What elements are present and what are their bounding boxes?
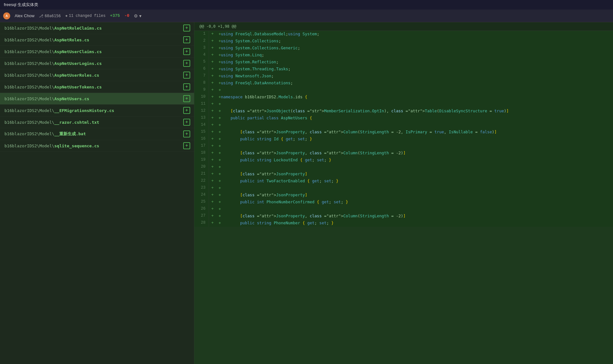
commit-user: Alex Chow (15, 13, 34, 18)
file-add-button[interactable]: + (183, 142, 190, 149)
line-code: + public int PhoneNumberConfirmed { get;… (216, 199, 613, 206)
line-number: 6 (194, 66, 209, 73)
line-code: + (216, 206, 613, 213)
file-add-button[interactable]: + (183, 119, 190, 126)
file-item[interactable]: b16blazorIDS2\Model\__EFMigrationsHistor… (0, 105, 194, 116)
file-add-button[interactable]: + (183, 83, 190, 90)
file-item[interactable]: b16blazorIDS2\Model\AspNetRoleClaims.cs+ (0, 22, 194, 34)
line-sign: + (209, 66, 216, 73)
file-path: b16blazorIDS2\Model\AspNetUserTokens.cs (4, 85, 102, 89)
line-code: +using Newtonsoft.Json; (216, 73, 613, 80)
file-item[interactable]: b16blazorIDS2\Model\__razor.cshtml.txt+ (0, 116, 194, 128)
file-item[interactable]: b16blazorIDS2\Model\AspNetUserRoles.cs+ (0, 69, 194, 81)
line-code: + (216, 185, 613, 192)
line-sign: + (209, 157, 216, 164)
line-sign: + (209, 45, 216, 52)
line-number: 26 (194, 206, 209, 213)
file-add-button[interactable]: + (183, 95, 190, 102)
file-name: AspNetRoles.cs (54, 38, 90, 42)
file-add-button[interactable]: + (183, 48, 190, 55)
code-row: 17++ (194, 143, 613, 150)
file-name: AspNetUserTokens.cs (54, 85, 102, 89)
line-sign: + (209, 87, 216, 94)
line-code: +using System.Threading.Tasks; (216, 66, 613, 73)
file-item[interactable]: b16blazorIDS2\Model\AspNetUserLogins.cs+ (0, 58, 194, 69)
line-number: 8 (194, 80, 209, 87)
line-number: 25 (194, 199, 209, 206)
code-row: 3++using System.Collections.Generic; (194, 45, 613, 52)
code-row: 5++using System.Reflection; (194, 59, 613, 66)
file-path: b16blazorIDS2\Model\AspNetUserRoles.cs (4, 73, 99, 78)
file-path: b16blazorIDS2\Model\AspNetUserLogins.cs (4, 61, 102, 66)
line-number: 9 (194, 87, 209, 94)
line-sign: + (209, 164, 216, 171)
line-number: 23 (194, 185, 209, 192)
line-number: 7 (194, 73, 209, 80)
code-row: 9++ (194, 87, 613, 94)
file-item[interactable]: b16blazorIDS2\Model\AspNetUserTokens.cs+ (0, 81, 194, 93)
file-item[interactable]: b16blazorIDS2\Model\__重新生成.bat+ (0, 128, 194, 140)
code-row: 22++ public int TwoFactorEnabled { get; … (194, 178, 613, 185)
file-name: AspNetRoleClaims.cs (54, 26, 102, 31)
line-sign: + (209, 101, 216, 108)
file-name: sqlite_sequence.cs (54, 144, 99, 148)
code-viewer[interactable]: @@ -0,0 +1,98 @@ 1++using FreeSql.Databa… (194, 22, 613, 364)
changed-files: ✚ 11 changed files (65, 13, 105, 18)
line-code: + public string LockoutEnd { get; set; } (216, 157, 613, 164)
file-add-button[interactable]: + (183, 130, 190, 137)
line-code: + [class ="attr">JsonProperty] (216, 171, 613, 178)
line-sign: + (209, 31, 216, 38)
line-sign: + (209, 171, 216, 178)
line-sign: + (209, 213, 216, 220)
line-code: + public string Id { get; set; } (216, 136, 613, 143)
file-path: b16blazorIDS2\Model\AspNetUserClaims.cs (4, 49, 102, 54)
file-add-button[interactable]: + (183, 72, 190, 79)
file-path: b16blazorIDS2\Model\__重新生成.bat (4, 131, 86, 137)
diff-icon: ✚ (65, 13, 68, 18)
line-code: +using System.Collections; (216, 38, 613, 45)
file-add-button[interactable]: + (183, 24, 190, 32)
line-code: + (216, 87, 613, 94)
file-name: AspNetUserClaims.cs (54, 49, 102, 54)
line-sign: + (209, 94, 216, 101)
line-code: + public int TwoFactorEnabled { get; set… (216, 178, 613, 185)
file-add-button[interactable]: + (183, 107, 190, 114)
line-number: 13 (194, 115, 209, 122)
code-row: 8++using FreeSql.DataAnnotations; (194, 80, 613, 87)
topbar-title: freesql 生成实体类 (4, 2, 38, 8)
file-item[interactable]: b16blazorIDS2\Model\AspNetUsers.cs+ (0, 93, 194, 105)
file-add-button[interactable]: + (183, 36, 190, 43)
line-number: 20 (194, 164, 209, 171)
line-sign: + (209, 122, 216, 129)
line-sign: + (209, 192, 216, 199)
line-code: + [class ="attr">JsonObject(class ="str"… (216, 108, 613, 115)
code-row: 13++ public partial class AspNetUsers { (194, 115, 613, 122)
line-code: +using FreeSql.DatabaseModel;using Syste… (216, 31, 613, 38)
line-number: 24 (194, 192, 209, 199)
code-lines: 1++using FreeSql.DatabaseModel;using Sys… (194, 31, 613, 227)
line-code: +using System.Reflection; (216, 59, 613, 66)
code-row: 26++ (194, 206, 613, 213)
code-row: 1++using FreeSql.DatabaseModel;using Sys… (194, 31, 613, 38)
file-item[interactable]: b16blazorIDS2\Model\AspNetUserClaims.cs+ (0, 46, 194, 58)
line-number: 17 (194, 143, 209, 150)
file-item[interactable]: b16blazorIDS2\Model\sqlite_sequence.cs+ (0, 140, 194, 152)
line-sign: + (209, 52, 216, 59)
file-path: b16blazorIDS2\Model\sqlite_sequence.cs (4, 144, 99, 148)
file-name: __razor.cshtml.txt (54, 120, 99, 125)
code-row: 4++using System.Linq; (194, 52, 613, 59)
file-name: AspNetUsers.cs (54, 96, 90, 101)
code-row: 2++using System.Collections; (194, 38, 613, 45)
line-number: 16 (194, 136, 209, 143)
deletions: -0 (124, 13, 129, 18)
settings-button[interactable]: ⚙ ▾ (134, 13, 141, 18)
file-item[interactable]: b16blazorIDS2\Model\AspNetRoles.cs+ (0, 34, 194, 46)
branch-icon: ⎇ (39, 14, 43, 18)
line-number: 2 (194, 38, 209, 45)
line-number: 19 (194, 157, 209, 164)
additions: +375 (110, 13, 120, 18)
file-path: b16blazorIDS2\Model\AspNetRoleClaims.cs (4, 26, 102, 31)
line-number: 5 (194, 59, 209, 66)
line-number: 22 (194, 178, 209, 185)
file-add-button[interactable]: + (183, 60, 190, 67)
